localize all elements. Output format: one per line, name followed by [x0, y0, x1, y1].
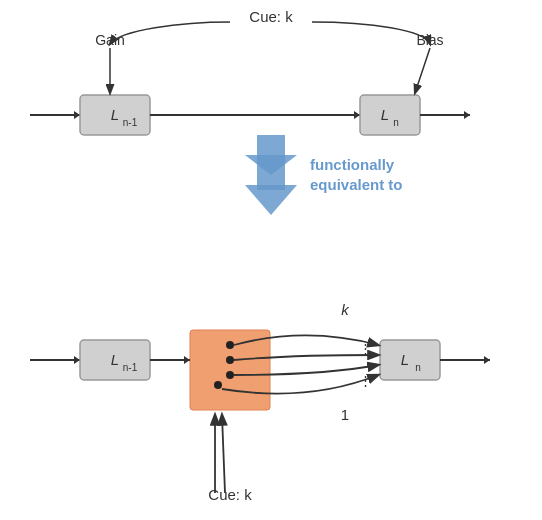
svg-text:Cue: k: Cue: k	[249, 8, 293, 25]
svg-text:k: k	[341, 301, 350, 318]
bottom-row-diagram	[30, 320, 500, 440]
svg-text:equivalent to: equivalent to	[310, 176, 403, 193]
svg-text:Gain: Gain	[95, 32, 125, 48]
equivalence-arrow	[235, 130, 315, 230]
svg-text:Bias: Bias	[416, 32, 443, 48]
